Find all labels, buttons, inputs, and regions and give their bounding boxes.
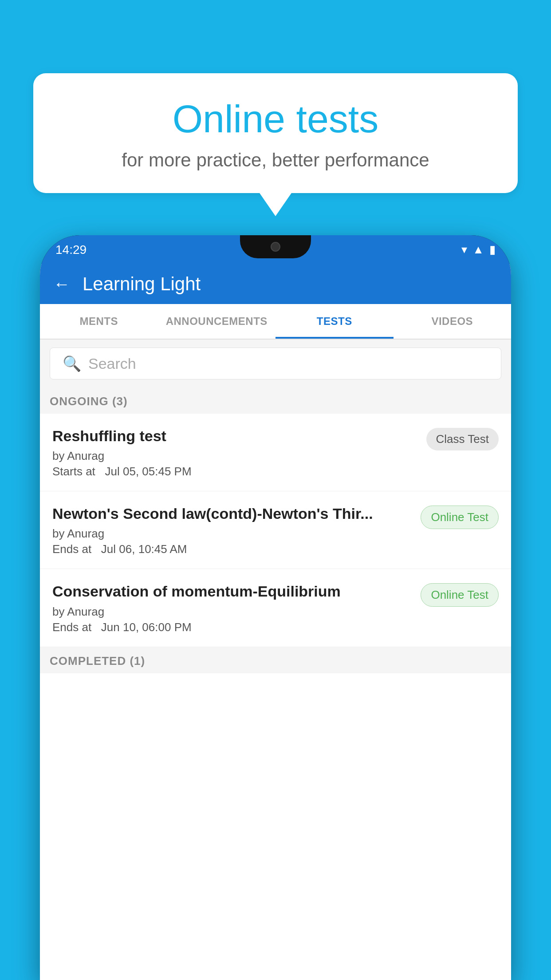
test-item[interactable]: Conservation of momentum-Equilibrium by … — [40, 569, 511, 647]
app-header: ← Learning Light — [40, 264, 511, 304]
tab-tests[interactable]: TESTS — [276, 304, 394, 339]
screen-content: ← Learning Light MENTS ANNOUNCEMENTS TES… — [40, 264, 511, 980]
test-time: Ends at Jun 10, 06:00 PM — [52, 620, 413, 634]
completed-section-label: COMPLETED (1) — [40, 647, 511, 673]
test-name: Newton's Second law(contd)-Newton's Thir… — [52, 504, 413, 523]
search-container: 🔍 Search — [40, 340, 511, 387]
phone-screen: ← Learning Light MENTS ANNOUNCEMENTS TES… — [40, 264, 511, 980]
test-info: Newton's Second law(contd)-Newton's Thir… — [52, 504, 413, 556]
tab-videos[interactable]: VIDEOS — [394, 304, 512, 339]
test-list: Reshuffling test by Anurag Starts at Jul… — [40, 414, 511, 647]
bubble-title: Online tests — [60, 98, 491, 141]
status-bar: 14:29 ▾ ▲ ▮ — [40, 235, 511, 264]
back-button[interactable]: ← — [53, 275, 70, 294]
test-badge-online: Online Test — [421, 506, 499, 529]
battery-icon: ▮ — [489, 243, 496, 257]
test-author: by Anurag — [52, 527, 413, 541]
search-icon: 🔍 — [63, 355, 81, 372]
tab-announcements[interactable]: ANNOUNCEMENTS — [158, 304, 276, 339]
test-author: by Anurag — [52, 449, 419, 463]
test-item[interactable]: Newton's Second law(contd)-Newton's Thir… — [40, 491, 511, 569]
test-author: by Anurag — [52, 605, 413, 619]
test-info: Conservation of momentum-Equilibrium by … — [52, 581, 413, 634]
test-name: Conservation of momentum-Equilibrium — [52, 581, 413, 601]
status-icons: ▾ ▲ ▮ — [461, 243, 496, 257]
test-time: Ends at Jul 06, 10:45 AM — [52, 542, 413, 556]
search-placeholder: Search — [88, 355, 136, 372]
search-box[interactable]: 🔍 Search — [50, 348, 501, 379]
ongoing-section-label: ONGOING (3) — [40, 387, 511, 414]
test-badge-class: Class Test — [426, 428, 499, 450]
test-item[interactable]: Reshuffling test by Anurag Starts at Jul… — [40, 414, 511, 491]
test-name: Reshuffling test — [52, 426, 419, 446]
signal-icon: ▲ — [472, 243, 484, 257]
phone-frame: 14:29 ▾ ▲ ▮ ← Learning Light MENTS ANNOU… — [40, 235, 511, 980]
tab-ments[interactable]: MENTS — [40, 304, 158, 339]
speech-bubble: Online tests for more practice, better p… — [33, 73, 518, 193]
app-title: Learning Light — [83, 273, 201, 295]
tabs-bar: MENTS ANNOUNCEMENTS TESTS VIDEOS — [40, 304, 511, 340]
bubble-subtitle: for more practice, better performance — [60, 150, 491, 171]
wifi-icon: ▾ — [461, 243, 467, 257]
test-info: Reshuffling test by Anurag Starts at Jul… — [52, 426, 419, 478]
notch — [240, 235, 311, 258]
camera-notch — [271, 242, 280, 252]
status-time: 14:29 — [55, 243, 87, 257]
test-badge-online-2: Online Test — [421, 583, 499, 607]
test-time: Starts at Jul 05, 05:45 PM — [52, 465, 419, 478]
